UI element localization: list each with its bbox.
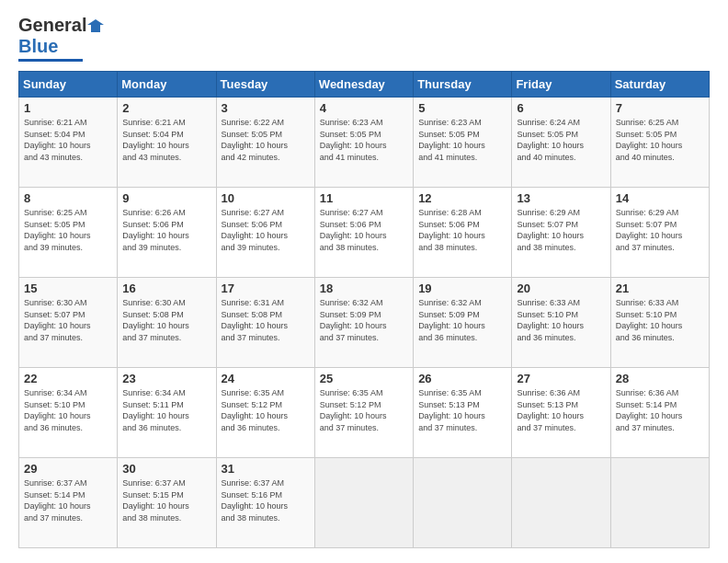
calendar-cell: 13 Sunrise: 6:29 AM Sunset: 5:07 PM Dayl…	[512, 188, 610, 278]
cell-sunrise: Sunrise: 6:23 AM	[418, 118, 482, 127]
cell-sunset: Sunset: 5:10 PM	[517, 310, 578, 319]
cell-sunset: Sunset: 5:06 PM	[122, 220, 184, 229]
calendar-cell: 30 Sunrise: 6:37 AM Sunset: 5:15 PM Dayl…	[118, 458, 216, 548]
day-number: 1	[24, 101, 112, 115]
calendar-cell: 3 Sunrise: 6:22 AM Sunset: 5:05 PM Dayli…	[216, 98, 314, 188]
day-number: 3	[222, 101, 310, 115]
cell-daylight-minutes: and 36 minutes.	[122, 423, 181, 432]
cell-sunrise: Sunrise: 6:32 AM	[418, 298, 482, 307]
cell-daylight-minutes: and 38 minutes.	[418, 243, 477, 252]
cell-sunset: Sunset: 5:04 PM	[122, 130, 184, 139]
cell-daylight-minutes: and 36 minutes.	[222, 423, 280, 432]
cell-daylight-minutes: and 41 minutes.	[418, 153, 477, 162]
cell-daylight: Daylight: 10 hours	[24, 231, 91, 240]
day-number: 13	[517, 191, 605, 205]
cell-sunrise: Sunrise: 6:30 AM	[122, 298, 186, 307]
cell-sunset: Sunset: 5:13 PM	[418, 400, 480, 409]
day-number: 29	[24, 462, 112, 476]
cell-sunrise: Sunrise: 6:37 AM	[24, 478, 87, 488]
cell-daylight-minutes: and 36 minutes.	[418, 333, 477, 342]
cell-daylight-minutes: and 40 minutes.	[517, 153, 575, 162]
day-number: 27	[517, 372, 605, 385]
calendar-cell: 31 Sunrise: 6:37 AM Sunset: 5:16 PM Dayl…	[216, 458, 314, 548]
cell-sunset: Sunset: 5:16 PM	[222, 490, 283, 500]
calendar-cell: 16 Sunrise: 6:30 AM Sunset: 5:08 PM Dayl…	[118, 278, 216, 368]
day-number: 7	[616, 101, 704, 115]
cell-daylight: Daylight: 10 hours	[222, 411, 289, 420]
cell-sunrise: Sunrise: 6:21 AM	[24, 118, 87, 127]
calendar-cell: 7 Sunrise: 6:25 AM Sunset: 5:05 PM Dayli…	[610, 98, 709, 188]
calendar-week-row: 15 Sunrise: 6:30 AM Sunset: 5:07 PM Dayl…	[19, 278, 710, 368]
calendar-cell	[512, 458, 610, 548]
calendar-cell: 18 Sunrise: 6:32 AM Sunset: 5:09 PM Dayl…	[314, 278, 413, 368]
calendar-week-row: 1 Sunrise: 6:21 AM Sunset: 5:04 PM Dayli…	[19, 98, 710, 188]
cell-sunrise: Sunrise: 6:37 AM	[222, 478, 285, 488]
calendar-cell: 10 Sunrise: 6:27 AM Sunset: 5:06 PM Dayl…	[216, 188, 314, 278]
day-number: 14	[616, 191, 704, 205]
calendar-cell: 15 Sunrise: 6:30 AM Sunset: 5:07 PM Dayl…	[19, 278, 118, 368]
cell-daylight-minutes: and 36 minutes.	[616, 333, 675, 342]
calendar-cell: 23 Sunrise: 6:34 AM Sunset: 5:11 PM Dayl…	[118, 368, 216, 458]
cell-sunset: Sunset: 5:12 PM	[320, 400, 381, 409]
calendar-table: SundayMondayTuesdayWednesdayThursdayFrid…	[18, 71, 710, 548]
cell-sunrise: Sunrise: 6:21 AM	[122, 118, 186, 127]
cell-sunrise: Sunrise: 6:35 AM	[320, 388, 383, 397]
cell-daylight: Daylight: 10 hours	[122, 321, 189, 330]
logo-general: General	[18, 15, 86, 36]
cell-sunset: Sunset: 5:05 PM	[320, 130, 381, 139]
calendar-cell: 19 Sunrise: 6:32 AM Sunset: 5:09 PM Dayl…	[414, 278, 512, 368]
cell-daylight-minutes: and 37 minutes.	[24, 513, 83, 523]
cell-sunrise: Sunrise: 6:35 AM	[222, 388, 285, 397]
cell-sunset: Sunset: 5:14 PM	[24, 490, 85, 500]
cell-sunrise: Sunrise: 6:28 AM	[418, 208, 482, 217]
cell-sunset: Sunset: 5:12 PM	[222, 400, 283, 409]
day-number: 24	[222, 372, 310, 385]
cell-sunset: Sunset: 5:05 PM	[616, 130, 677, 139]
cell-daylight: Daylight: 10 hours	[616, 411, 683, 420]
day-number: 28	[616, 372, 704, 385]
calendar-cell: 11 Sunrise: 6:27 AM Sunset: 5:06 PM Dayl…	[314, 188, 413, 278]
calendar-cell: 22 Sunrise: 6:34 AM Sunset: 5:10 PM Dayl…	[19, 368, 118, 458]
cell-sunset: Sunset: 5:10 PM	[24, 400, 85, 409]
cell-daylight: Daylight: 10 hours	[24, 321, 91, 330]
cell-sunset: Sunset: 5:07 PM	[616, 220, 677, 229]
cell-daylight-minutes: and 42 minutes.	[222, 153, 280, 162]
cell-daylight: Daylight: 10 hours	[122, 411, 189, 420]
cell-daylight: Daylight: 10 hours	[122, 501, 189, 511]
cell-sunrise: Sunrise: 6:36 AM	[616, 388, 679, 397]
day-number: 11	[320, 191, 408, 205]
cell-sunrise: Sunrise: 6:24 AM	[517, 118, 580, 127]
day-number: 23	[122, 372, 210, 385]
calendar-body: 1 Sunrise: 6:21 AM Sunset: 5:04 PM Dayli…	[19, 98, 710, 548]
calendar-cell	[610, 458, 709, 548]
day-number: 20	[517, 282, 605, 295]
page: General Blue SundayMondayTuesdayWednesda…	[0, 0, 728, 563]
calendar-week-row: 29 Sunrise: 6:37 AM Sunset: 5:14 PM Dayl…	[19, 458, 710, 548]
cell-sunrise: Sunrise: 6:22 AM	[222, 118, 285, 127]
header: General Blue	[18, 15, 710, 62]
cell-daylight-minutes: and 37 minutes.	[122, 333, 181, 342]
calendar-week-row: 22 Sunrise: 6:34 AM Sunset: 5:10 PM Dayl…	[19, 368, 710, 458]
cell-daylight: Daylight: 10 hours	[616, 321, 683, 330]
logo-underline	[18, 59, 83, 62]
cell-daylight: Daylight: 10 hours	[616, 141, 683, 150]
calendar-cell: 5 Sunrise: 6:23 AM Sunset: 5:05 PM Dayli…	[414, 98, 512, 188]
cell-sunrise: Sunrise: 6:25 AM	[616, 118, 679, 127]
cell-sunset: Sunset: 5:07 PM	[517, 220, 578, 229]
calendar-cell: 26 Sunrise: 6:35 AM Sunset: 5:13 PM Dayl…	[414, 368, 512, 458]
cell-daylight-minutes: and 38 minutes.	[517, 243, 575, 252]
calendar-day-header: Saturday	[610, 72, 709, 98]
calendar-cell	[414, 458, 512, 548]
calendar-cell: 20 Sunrise: 6:33 AM Sunset: 5:10 PM Dayl…	[512, 278, 610, 368]
cell-sunset: Sunset: 5:15 PM	[122, 490, 184, 500]
day-number: 16	[122, 282, 210, 295]
cell-sunset: Sunset: 5:06 PM	[320, 220, 381, 229]
cell-sunrise: Sunrise: 6:36 AM	[517, 388, 580, 397]
cell-daylight-minutes: and 43 minutes.	[122, 153, 181, 162]
day-number: 21	[616, 282, 704, 295]
cell-daylight-minutes: and 37 minutes.	[222, 333, 280, 342]
calendar-cell: 27 Sunrise: 6:36 AM Sunset: 5:13 PM Dayl…	[512, 368, 610, 458]
cell-sunset: Sunset: 5:05 PM	[222, 130, 283, 139]
cell-daylight: Daylight: 10 hours	[24, 141, 91, 150]
cell-daylight-minutes: and 39 minutes.	[122, 243, 181, 252]
